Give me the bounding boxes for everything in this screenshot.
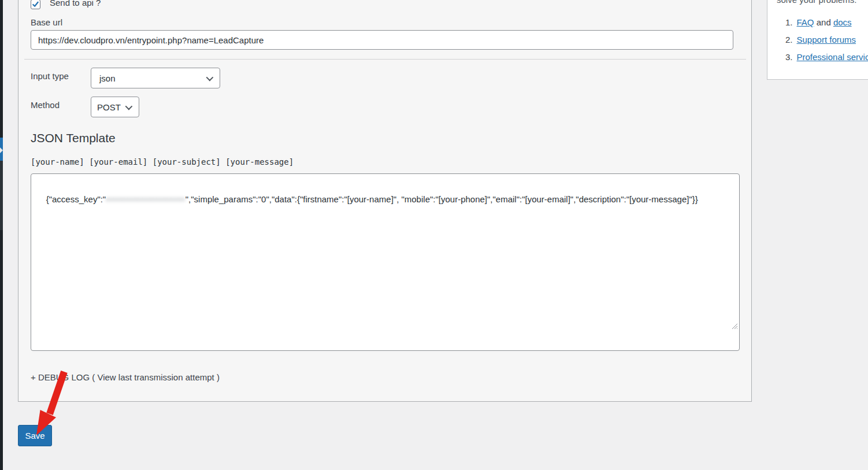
chevron-down-icon (206, 73, 214, 81)
input-type-select[interactable]: json (91, 68, 220, 88)
api-settings-panel: Send to api ? Base url Input type json M… (18, 0, 752, 402)
list-number: 3. (785, 52, 793, 62)
list-number: 2. (785, 35, 793, 45)
admin-submenu-edge (0, 161, 3, 230)
faq-link[interactable]: FAQ (797, 17, 814, 27)
available-mail-tags: [your-name] [your-email] [your-subject] … (31, 157, 294, 166)
help-item-support-forums: 2.Support forums (785, 35, 856, 45)
support-forums-link[interactable]: Support forums (797, 35, 856, 45)
input-type-label: Input type (31, 71, 69, 81)
json-template-heading: JSON Template (31, 131, 116, 145)
input-type-value: json (99, 73, 116, 83)
checkmark-icon (32, 1, 39, 8)
method-label: Method (31, 100, 60, 110)
send-to-api-checkbox[interactable] (31, 0, 40, 9)
access-key-redacted: •••••••••••••••••••••• (106, 194, 186, 204)
json-template-post: ","simple_params":"0","data":{"firstname… (186, 194, 698, 204)
docs-link[interactable]: docs (833, 17, 852, 27)
save-button[interactable]: Save (18, 425, 52, 446)
professional-services-link[interactable]: Professional services (797, 52, 868, 62)
help-sidebar: solve your problems: 1.FAQ and docs 2.Su… (767, 0, 868, 80)
debug-log-toggle[interactable]: + DEBUG LOG ( View last transmission att… (31, 372, 220, 382)
resize-handle-icon[interactable] (716, 304, 738, 349)
json-template-pre: {"access_key":" (46, 194, 106, 204)
list-text: and (814, 17, 833, 27)
list-number: 1. (785, 17, 793, 27)
admin-menu-edge (0, 0, 3, 470)
chevron-down-icon (125, 102, 132, 110)
admin-menu-active-arrow-icon (0, 147, 3, 153)
method-value: POST (97, 102, 121, 112)
section-divider (24, 59, 746, 60)
base-url-input[interactable] (31, 30, 733, 50)
base-url-label: Base url (31, 17, 62, 27)
help-item-faq-docs: 1.FAQ and docs (785, 17, 852, 27)
json-template-textarea[interactable]: {"access_key":"••••••••••••••••••••••","… (31, 173, 740, 351)
send-to-api-label: Send to api ? (50, 0, 101, 8)
help-item-professional-services: 3.Professional services (785, 52, 868, 62)
method-select[interactable]: POST (91, 97, 139, 117)
help-intro-text: solve your problems: (777, 0, 856, 5)
